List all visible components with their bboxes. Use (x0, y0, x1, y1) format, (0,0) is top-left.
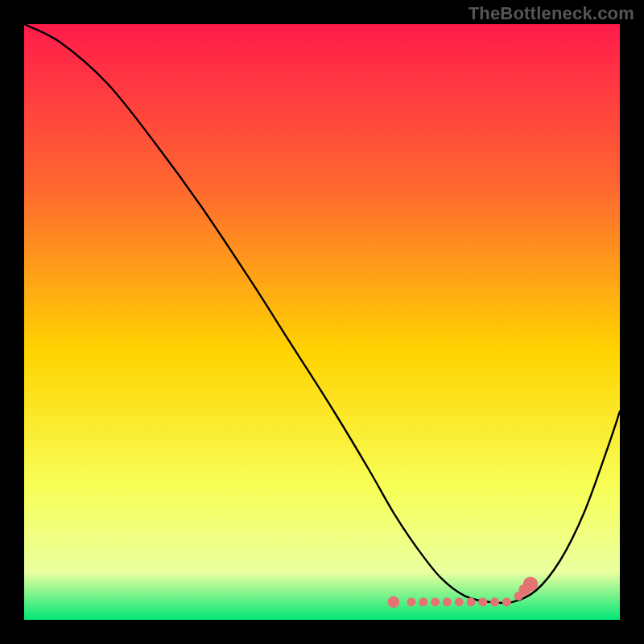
marker-dot (455, 597, 464, 606)
marker-dot (502, 597, 511, 606)
marker-dot (490, 597, 499, 606)
watermark-text: TheBottleneck.com (469, 3, 634, 24)
marker-dot (523, 576, 538, 591)
gradient-background (24, 24, 620, 620)
marker-dot (407, 597, 416, 606)
marker-dot (431, 597, 440, 606)
plot-area (24, 24, 620, 620)
marker-dot (443, 597, 452, 606)
marker-dot (419, 597, 427, 606)
marker-dot (467, 597, 476, 606)
marker-dot (478, 597, 487, 606)
marker-dot (388, 597, 400, 609)
chart-frame: TheBottleneck.com (0, 0, 644, 644)
